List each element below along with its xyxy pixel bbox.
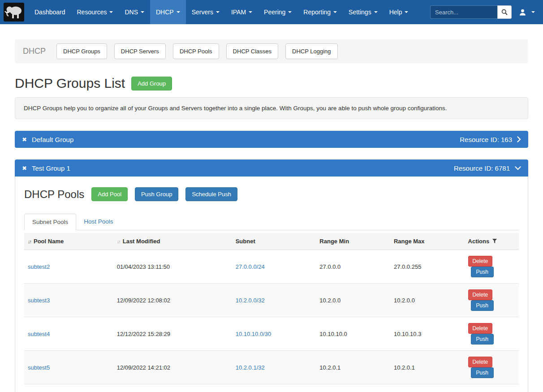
nav-item-dns[interactable]: DNS: [119, 0, 150, 24]
mammoth-logo-icon: [4, 3, 24, 22]
chevron-down-icon: [333, 11, 337, 13]
chevron-down-icon: [216, 11, 220, 13]
nav-item-resources[interactable]: Resources: [71, 0, 119, 24]
subnet-link[interactable]: 10.2.0.0/32: [236, 297, 265, 304]
pool-name-link[interactable]: subtest3: [28, 297, 50, 304]
add-pool-button[interactable]: Add Pool: [91, 187, 128, 201]
subnav-button-dhcp-classes[interactable]: DHCP Classes: [226, 43, 278, 59]
nav-item-dhcp[interactable]: DHCP: [150, 0, 186, 24]
table-row: subtest3 12/09/2022 12:08:02 10.2.0.0/32…: [24, 284, 519, 317]
filter-icon[interactable]: [492, 238, 497, 244]
chevron-down-icon: [374, 11, 378, 13]
nav-item-label: Resources: [77, 9, 107, 16]
push-button[interactable]: Push: [471, 334, 494, 345]
table-header-row: ↓↑Pool Name ↓↑Last Modified Subnet Range…: [24, 233, 519, 250]
table-row: subtest4 12/12/2022 15:28:29 10.10.10.0/…: [24, 317, 519, 351]
subnav-button-dhcp-pools[interactable]: DHCP Pools: [173, 43, 219, 59]
range-max-cell: 27.0.0.255: [390, 250, 465, 284]
push-button[interactable]: Push: [471, 300, 494, 311]
subnav-button-dhcp-logging[interactable]: DHCP Logging: [285, 43, 337, 59]
group-header-test-group-1[interactable]: ✖ Test Group 1 Resource ID: 6781: [15, 159, 528, 177]
column-header-range-min[interactable]: Range Min: [316, 233, 390, 250]
actions-cell: DeletePush: [465, 317, 519, 351]
chevron-down-icon: [141, 11, 144, 13]
sort-icon[interactable]: ↓↑: [117, 239, 120, 244]
search-button[interactable]: [497, 5, 512, 19]
subnet-link[interactable]: 27.0.0.0/24: [236, 263, 265, 270]
chevron-right-icon[interactable]: [517, 136, 521, 142]
nav-item-ipam[interactable]: IPAM: [225, 0, 258, 24]
main-menu: Dashboard Resources DNS DHCP Servers IPA…: [29, 0, 414, 24]
push-group-button[interactable]: Push Group: [135, 187, 178, 201]
nav-item-label: Reporting: [303, 9, 331, 16]
range-min-cell: 10.2.0.0: [316, 284, 390, 317]
nav-item-servers[interactable]: Servers: [186, 0, 225, 24]
column-header-pool-name[interactable]: ↓↑Pool Name: [24, 233, 113, 250]
column-header-subnet[interactable]: Subnet: [232, 233, 316, 250]
nav-item-label: Servers: [192, 9, 213, 16]
group-header-default-group[interactable]: ✖ Default Group Resource ID: 163: [15, 131, 528, 148]
subnav-button-dhcp-servers[interactable]: DHCP Servers: [114, 43, 166, 59]
pool-name-link[interactable]: subtest5: [28, 364, 50, 371]
delete-button[interactable]: Delete: [468, 256, 493, 267]
column-header-last-modified[interactable]: ↓↑Last Modified: [113, 233, 232, 250]
push-button[interactable]: Push: [471, 367, 494, 378]
last-modified-cell: 12/12/2022 15:28:29: [113, 317, 232, 351]
column-header-range-max[interactable]: Range Max: [390, 233, 465, 250]
table-row: subtest2 01/04/2023 13:11:50 27.0.0.0/24…: [24, 250, 519, 284]
user-icon: [519, 9, 526, 16]
delete-button[interactable]: Delete: [468, 357, 493, 367]
pools-tabs: Subnet Pools Host Pools: [24, 214, 519, 230]
group-panel-test-group-1: ✖ Test Group 1 Resource ID: 6781 DHCP Po…: [15, 159, 528, 392]
schedule-push-button[interactable]: Schedule Push: [185, 187, 237, 201]
delete-button[interactable]: Delete: [468, 289, 493, 300]
pool-name-link[interactable]: subtest2: [28, 263, 50, 270]
column-header-actions[interactable]: Actions: [465, 233, 519, 250]
range-min-cell: 10.2.0.1: [316, 351, 390, 384]
push-button[interactable]: Push: [471, 267, 494, 277]
range-max-cell: 10.2.0.0: [390, 284, 465, 317]
subnav-button-dhcp-groups[interactable]: DHCP Groups: [56, 43, 107, 59]
chevron-down-icon: [109, 11, 113, 13]
sort-icon[interactable]: ↓↑: [28, 239, 31, 244]
pool-name-link[interactable]: subtest4: [28, 331, 50, 337]
subnet-link[interactable]: 10.10.10.0/30: [236, 331, 272, 337]
tab-subnet-pools[interactable]: Subnet Pools: [24, 214, 76, 230]
subnet-link[interactable]: 10.2.0.1/32: [236, 364, 265, 371]
nav-item-label: DHCP: [156, 9, 174, 16]
nav-item-label: Dashboard: [34, 9, 65, 16]
resource-id-label: Resource ID: 6781: [454, 164, 510, 172]
chevron-down-icon: [249, 11, 252, 13]
column-header-label: Pool Name: [34, 238, 64, 245]
range-max-cell: 10.10.10.3: [390, 317, 465, 351]
nav-item-settings[interactable]: Settings: [343, 0, 384, 24]
nav-item-label: IPAM: [231, 9, 246, 16]
close-icon[interactable]: ✖: [22, 165, 27, 171]
chevron-down-icon: [531, 11, 535, 13]
user-menu[interactable]: [519, 9, 536, 16]
chevron-down-icon: [405, 11, 408, 13]
range-max-cell: 10.2.0.1: [390, 351, 465, 384]
column-header-label: Subnet: [236, 238, 255, 245]
page-description: DHCP Groups help you to organize all of …: [15, 97, 528, 119]
close-icon[interactable]: ✖: [22, 137, 27, 142]
nav-item-help[interactable]: Help: [384, 0, 414, 24]
nav-item-label: Peering: [264, 9, 285, 16]
search-input[interactable]: [430, 5, 497, 19]
delete-button[interactable]: Delete: [468, 323, 493, 334]
top-navbar: Dashboard Resources DNS DHCP Servers IPA…: [0, 0, 543, 24]
add-group-button[interactable]: Add Group: [131, 77, 172, 90]
app-logo[interactable]: [4, 3, 24, 22]
nav-item-peering[interactable]: Peering: [258, 0, 297, 24]
nav-item-label: Settings: [349, 9, 371, 16]
nav-item-dashboard[interactable]: Dashboard: [29, 0, 71, 24]
page-content: DHCP DHCP Groups DHCP Servers DHCP Pools…: [0, 24, 543, 392]
tab-host-pools[interactable]: Host Pools: [76, 214, 121, 230]
nav-item-reporting[interactable]: Reporting: [297, 0, 343, 24]
range-min-cell: 27.0.0.0: [316, 250, 390, 284]
nav-item-label: Help: [389, 9, 402, 16]
search-icon: [501, 9, 508, 15]
chevron-down-icon: [288, 11, 292, 13]
chevron-down-icon[interactable]: [515, 166, 521, 170]
last-modified-cell: 12/09/2022 12:08:02: [113, 284, 232, 317]
